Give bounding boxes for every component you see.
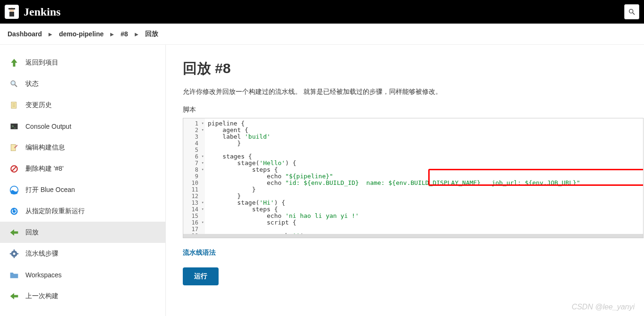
editor-gutter: 123456789101112131415161718: [183, 118, 205, 238]
svg-point-17: [11, 208, 18, 215]
sidebar: 返回到项目 状态 变更历史 >_Console Output 编辑构建信息 删除…: [0, 45, 166, 316]
main: 返回到项目 状态 变更历史 >_Console Output 编辑构建信息 删除…: [0, 45, 644, 316]
brand-name[interactable]: Jenkins: [24, 6, 61, 18]
topbar-left: Jenkins: [5, 5, 61, 19]
breadcrumb-dashboard[interactable]: Dashboard: [8, 30, 42, 38]
chevron-right-icon: ▶: [135, 32, 139, 37]
arrow-up-green-icon: [8, 57, 20, 68]
sidebar-item-console[interactable]: >_Console Output: [0, 116, 165, 137]
breadcrumb: Dashboard ▶ demo-pipeline ▶ #8 ▶ 回放: [0, 24, 644, 45]
svg-text:>_: >_: [12, 124, 16, 128]
forbidden-icon: [8, 163, 20, 175]
svg-line-15: [12, 166, 16, 171]
notepad-icon: [8, 100, 20, 111]
page-description: 允许你修改并回放一个构建过的流水线。 就算是已经被加载过的步骤，同样能够被修改。: [183, 88, 644, 96]
sidebar-item-previous-build[interactable]: 上一次构建: [0, 285, 165, 307]
notepad-pencil-icon: [8, 142, 20, 153]
svg-rect-1: [9, 12, 14, 17]
script-editor[interactable]: 123456789101112131415161718 pipeline { a…: [183, 118, 644, 238]
folder-icon: [8, 269, 20, 281]
sidebar-item-delete-build[interactable]: 删除构建 '#8': [0, 158, 165, 179]
sidebar-item-label: Workspaces: [25, 271, 62, 279]
sidebar-item-label: 回放: [25, 228, 39, 237]
sidebar-item-restart-from-stage[interactable]: 从指定阶段重新运行: [0, 200, 165, 222]
sidebar-item-pipeline-steps[interactable]: 流水线步骤: [0, 243, 165, 264]
svg-rect-2: [8, 8, 15, 9]
sidebar-item-edit-build-info[interactable]: 编辑构建信息: [0, 137, 165, 158]
chevron-right-icon: ▶: [110, 32, 114, 37]
svg-line-6: [15, 84, 17, 87]
rerun-icon: [8, 206, 20, 217]
arrow-left-green-icon: [8, 291, 20, 302]
script-label: 脚本: [183, 106, 644, 114]
content: 回放 #8 允许你修改并回放一个构建过的流水线。 就算是已经被加载过的步骤，同样…: [166, 45, 644, 316]
breadcrumb-build[interactable]: #8: [121, 30, 128, 38]
sidebar-item-label: 上一次构建: [25, 292, 58, 300]
sidebar-item-replay[interactable]: 回放: [0, 222, 165, 243]
sidebar-item-status[interactable]: 状态: [0, 73, 165, 94]
sidebar-item-label: 打开 Blue Ocean: [25, 186, 75, 194]
sidebar-item-label: 编辑构建信息: [25, 143, 65, 152]
sidebar-item-blue-ocean[interactable]: 打开 Blue Ocean: [0, 179, 165, 200]
breadcrumb-project[interactable]: demo-pipeline: [59, 30, 104, 38]
svg-point-19: [13, 252, 16, 255]
highlight-box: [428, 169, 644, 186]
search-button[interactable]: [624, 4, 639, 19]
blueocean-icon: [8, 184, 20, 196]
sidebar-item-changes[interactable]: 变更历史: [0, 94, 165, 116]
sidebar-item-back-to-project[interactable]: 返回到项目: [0, 52, 165, 73]
run-button[interactable]: 运行: [183, 267, 219, 285]
sidebar-item-label: Console Output: [25, 123, 71, 130]
terminal-icon: >_: [8, 121, 20, 132]
sidebar-item-label: 状态: [25, 80, 39, 88]
gear-blue-icon: [8, 248, 20, 259]
editor-scrollbar[interactable]: [183, 234, 643, 238]
topbar: Jenkins: [0, 0, 644, 24]
page-title: 回放 #8: [183, 59, 644, 78]
chevron-right-icon: ▶: [49, 32, 52, 37]
svg-point-5: [11, 81, 15, 85]
jenkins-logo-icon[interactable]: [5, 5, 19, 19]
pipeline-syntax-link[interactable]: 流水线语法: [183, 249, 216, 257]
svg-line-4: [633, 13, 635, 15]
sidebar-item-workspaces[interactable]: Workspaces: [0, 264, 165, 285]
magnifier-icon: [8, 78, 20, 90]
arrow-left-green-icon: [8, 227, 20, 238]
sidebar-item-label: 从指定阶段重新运行: [25, 207, 85, 216]
watermark: CSDN @lee_yanyi: [571, 303, 635, 311]
sidebar-item-label: 流水线步骤: [25, 249, 58, 258]
search-icon: [628, 8, 636, 16]
sidebar-item-label: 删除构建 '#8': [25, 165, 64, 173]
sidebar-item-label: 返回到项目: [25, 58, 58, 67]
svg-point-3: [629, 9, 633, 13]
breadcrumb-replay[interactable]: 回放: [145, 30, 158, 38]
sidebar-item-label: 变更历史: [25, 101, 52, 109]
